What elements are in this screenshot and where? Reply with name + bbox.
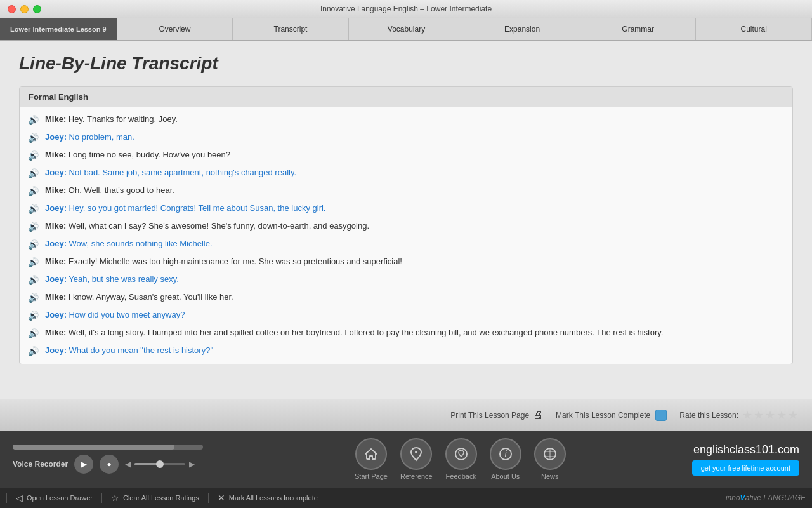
- line-text: Mike: Well, what can I say? She's awesom…: [45, 220, 369, 232]
- bottom-nav: ◁Open Lesson Drawer☆Clear All Lesson Rat…: [0, 488, 812, 508]
- audio-play-button[interactable]: 🔊: [26, 202, 40, 216]
- mark-incomplete-label: Mark All Lessons Incomplete: [229, 494, 318, 502]
- printer-icon: 🖨: [533, 410, 543, 421]
- transcript-line: 🔊Joey: Hey, so you got married! Congrats…: [26, 200, 786, 218]
- get-account-button[interactable]: get your free lifetime account: [692, 460, 799, 476]
- start-page-icon-label: Start Page: [355, 472, 388, 480]
- svg-text:i: i: [504, 449, 507, 459]
- maximize-button[interactable]: [33, 5, 41, 13]
- transcript-line: 🔊Mike: Oh. Well, that's good to hear.: [26, 182, 786, 200]
- audio-play-button[interactable]: 🔊: [26, 273, 40, 287]
- transcript-line: 🔊Joey: Yeah, but she was really sexy.: [26, 271, 786, 289]
- reference-icon-label: Reference: [400, 472, 433, 480]
- transcript-line: 🔊Joey: Not bad. Same job, same apartment…: [26, 164, 786, 182]
- tab-bar: Lower Intermediate Lesson 9 Overview Tra…: [0, 18, 812, 41]
- audio-play-button[interactable]: 🔊: [26, 326, 40, 340]
- print-lesson-label: Print This Lesson Page: [450, 411, 529, 420]
- complete-checkbox[interactable]: [655, 410, 667, 421]
- line-text: Joey: Yeah, but she was really sexy.: [45, 273, 179, 286]
- title-bar: Innovative Language English – Lower Inte…: [0, 0, 812, 18]
- audio-play-button[interactable]: 🔊: [26, 291, 40, 305]
- transcript-lines: 🔊Mike: Hey. Thanks for waiting, Joey.🔊Jo…: [20, 107, 792, 364]
- line-text: Mike: Hey. Thanks for waiting, Joey.: [45, 113, 178, 126]
- transcript-header: Formal English: [20, 87, 792, 107]
- transcript-line: 🔊Mike: Hey. Thanks for waiting, Joey.: [26, 111, 786, 129]
- transcript-line: 🔊Joey: How did you two meet anyway?: [26, 307, 786, 324]
- line-text: Mike: I know. Anyway, Susan's great. You…: [45, 291, 233, 304]
- bottom-toolbar: Print This Lesson Page 🖨 Mark This Lesso…: [0, 399, 812, 431]
- volume-knob: [156, 460, 164, 468]
- volume-slider[interactable]: ◀ ▶: [125, 460, 195, 469]
- page-title: Line-By-Line Transcript: [19, 53, 793, 74]
- feedback-icon-label: Feedback: [446, 472, 476, 480]
- nav-icon-news[interactable]: News: [534, 438, 566, 480]
- volume-min-icon: ◀: [125, 460, 131, 469]
- line-text: Mike: Exactly! Michelle was too high-mai…: [45, 255, 402, 268]
- rate-lesson-label: Rate this Lesson:: [679, 411, 738, 420]
- audio-play-button[interactable]: 🔊: [26, 184, 40, 198]
- audio-play-button[interactable]: 🔊: [26, 149, 40, 163]
- transcript-line: 🔊Mike: Well, it's a long story. I bumped…: [26, 324, 786, 342]
- line-text: Mike: Oh. Well, that's good to hear.: [45, 184, 174, 197]
- transcript-line: 🔊Joey: What do you mean "the rest is his…: [26, 342, 786, 360]
- media-bar: Voice Recorder ▶ ● ◀ ▶ Start PageReferen…: [0, 431, 812, 488]
- brand-name: englishclass101.com: [693, 443, 799, 457]
- content-area: Line-By-Line Transcript Formal English 🔊…: [0, 41, 812, 399]
- audio-play-button[interactable]: 🔊: [26, 166, 40, 180]
- open-drawer-icon: ◁: [16, 493, 23, 503]
- main-window: Lower Intermediate Lesson 9 Overview Tra…: [0, 18, 812, 508]
- about-us-icon-circle: i: [490, 438, 521, 470]
- nav-icon-feedback[interactable]: Feedback: [445, 438, 477, 480]
- open-drawer-label: Open Lesson Drawer: [27, 494, 93, 502]
- progress-fill: [13, 444, 174, 450]
- mark-complete-label: Mark This Lesson Complete: [556, 411, 650, 420]
- transcript-line: 🔊Joey: No problem, man.: [26, 129, 786, 147]
- audio-play-button[interactable]: 🔊: [26, 344, 40, 358]
- line-text: Joey: What do you mean "the rest is hist…: [45, 344, 213, 357]
- bottom-brand: innoVative LANGUAGE: [726, 493, 806, 502]
- bottom-nav-clear-ratings[interactable]: ☆Clear All Lesson Ratings: [102, 493, 209, 503]
- line-text: Joey: Wow, she sounds nothing like Miche…: [45, 237, 213, 250]
- nav-icon-about-us[interactable]: iAbout Us: [490, 438, 521, 480]
- progress-bar[interactable]: [13, 444, 203, 450]
- audio-play-button[interactable]: 🔊: [26, 309, 40, 323]
- start-page-icon-circle: [355, 438, 387, 470]
- close-button[interactable]: [8, 5, 16, 13]
- audio-play-button[interactable]: 🔊: [26, 131, 40, 145]
- nav-icon-start-page[interactable]: Start Page: [355, 438, 388, 480]
- volume-max-icon: ▶: [189, 460, 195, 469]
- transcript-line: 🔊Mike: Well, what can I say? She's aweso…: [26, 218, 786, 236]
- tab-vocabulary[interactable]: Vocabulary: [349, 18, 465, 40]
- audio-play-button[interactable]: 🔊: [26, 255, 40, 269]
- window-controls: [8, 5, 41, 13]
- tab-grammar[interactable]: Grammar: [580, 18, 697, 40]
- star-rating[interactable]: ★★★★★: [742, 408, 799, 422]
- clear-ratings-icon: ☆: [111, 493, 119, 503]
- reference-icon-circle: [400, 438, 432, 470]
- play-button[interactable]: ▶: [74, 455, 93, 474]
- audio-play-button[interactable]: 🔊: [26, 237, 40, 251]
- voice-recorder: Voice Recorder ▶ ● ◀ ▶: [13, 455, 228, 474]
- line-text: Joey: Not bad. Same job, same apartment,…: [45, 166, 296, 179]
- lesson-tab: Lower Intermediate Lesson 9: [0, 18, 117, 40]
- tab-cultural[interactable]: Cultural: [696, 18, 812, 40]
- stop-button[interactable]: ●: [100, 455, 119, 474]
- tab-transcript[interactable]: Transcript: [233, 18, 349, 40]
- line-text: Joey: No problem, man.: [45, 131, 134, 144]
- audio-play-button[interactable]: 🔊: [26, 220, 40, 234]
- minimize-button[interactable]: [20, 5, 29, 13]
- print-lesson-button[interactable]: Print This Lesson Page 🖨: [450, 410, 543, 421]
- rate-lesson: Rate this Lesson: ★★★★★: [679, 408, 799, 422]
- tab-expansion[interactable]: Expansion: [464, 18, 580, 40]
- nav-icons: Start PageReferenceFeedbackiAbout UsNews: [355, 438, 566, 480]
- brand-section: englishclass101.com get your free lifeti…: [692, 443, 799, 476]
- tab-overview[interactable]: Overview: [117, 18, 233, 40]
- line-text: Joey: Hey, so you got married! Congrats!…: [45, 202, 325, 215]
- mark-complete-button[interactable]: Mark This Lesson Complete: [556, 410, 667, 421]
- voice-recorder-label: Voice Recorder: [13, 460, 68, 469]
- nav-icon-reference[interactable]: Reference: [400, 438, 433, 480]
- news-icon-circle: [534, 438, 566, 470]
- audio-play-button[interactable]: 🔊: [26, 113, 40, 127]
- bottom-nav-open-drawer[interactable]: ◁Open Lesson Drawer: [6, 493, 102, 503]
- bottom-nav-mark-incomplete[interactable]: ✕Mark All Lessons Incomplete: [209, 493, 327, 503]
